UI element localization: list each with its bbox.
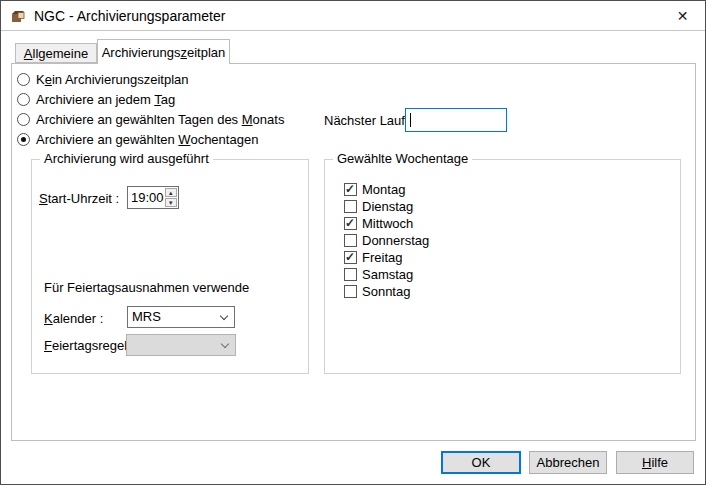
radio-jeden-tag[interactable]: Archiviere an jedem Tag bbox=[17, 92, 175, 106]
radio-circle-icon bbox=[17, 113, 30, 126]
radio-label: Archiviere an jedem Tag bbox=[36, 92, 175, 107]
radio-circle-icon bbox=[17, 133, 30, 146]
kalender-value: MRS bbox=[128, 307, 234, 327]
group-archivierung-title: Archivierung wird ausgeführt bbox=[40, 152, 213, 166]
spin-up-icon: ▲ bbox=[168, 190, 174, 196]
feiertagsregel-label: Feiertagsregel bbox=[44, 338, 127, 353]
checkbox-icon: ✓ bbox=[344, 285, 357, 298]
radio-circle-icon bbox=[17, 93, 30, 106]
radio-label: Archiviere an gewählten Wochentagen bbox=[36, 132, 258, 147]
window-title: NGC - Archivierungsparameter bbox=[34, 8, 225, 24]
naechster-lauf-label: Nächster Lauf : bbox=[324, 113, 412, 128]
feiertagsregel-select bbox=[126, 334, 236, 356]
close-button[interactable]: ✕ bbox=[660, 1, 705, 30]
tab-allgemeine[interactable]: Allgemeine bbox=[15, 43, 97, 63]
naechster-lauf-input[interactable] bbox=[405, 108, 507, 132]
checkbox-label: Donnerstag bbox=[362, 233, 429, 248]
close-icon: ✕ bbox=[677, 8, 689, 24]
ok-button-label: OK bbox=[472, 455, 491, 470]
checkbox-label: Montag bbox=[362, 182, 405, 197]
app-box-icon bbox=[10, 8, 26, 24]
radio-tage-des-monats[interactable]: Archiviere an gewählten Tagen des Monats bbox=[17, 112, 284, 126]
spinner-buttons: ▲ ▼ bbox=[164, 187, 178, 208]
ok-button[interactable]: OK bbox=[441, 451, 521, 474]
dialog-archivierungsparameter: NGC - Archivierungsparameter ✕ Allgemein… bbox=[0, 0, 706, 485]
spin-down-icon: ▼ bbox=[168, 200, 174, 206]
hilfe-button[interactable]: Hilfe bbox=[616, 451, 694, 474]
checkbox-icon: ✓ bbox=[344, 268, 357, 281]
start-uhrzeit-label: Start-Uhrzeit : bbox=[39, 191, 119, 206]
group-archivierung-ausgefuehrt: Archivierung wird ausgeführt Start-Uhrze… bbox=[31, 159, 309, 374]
kalender-label: Kalender : bbox=[44, 311, 103, 326]
kalender-select[interactable]: MRS bbox=[127, 306, 235, 328]
radio-label: Kein Archivierungszeitplan bbox=[36, 72, 188, 87]
radio-circle-icon bbox=[17, 73, 30, 86]
title-bar: NGC - Archivierungsparameter ✕ bbox=[1, 1, 705, 31]
group-gewaehlte-wochentage: Gewählte Wochentage ✓ Montag ✓ Dienstag … bbox=[324, 159, 681, 374]
radio-kein-archivierungszeitplan[interactable]: Kein Archivierungszeitplan bbox=[17, 72, 188, 86]
radio-wochentage[interactable]: Archiviere an gewählten Wochentagen bbox=[17, 132, 258, 146]
spin-down-button[interactable]: ▼ bbox=[165, 198, 177, 207]
checkbox-samstag[interactable]: ✓ Samstag bbox=[344, 267, 413, 281]
checkbox-mittwoch[interactable]: ✓ Mittwoch bbox=[344, 216, 413, 230]
checkbox-sonntag[interactable]: ✓ Sonntag bbox=[344, 284, 410, 298]
abbrechen-button-label: Abbrechen bbox=[537, 455, 600, 470]
radio-label: Archiviere an gewählten Tagen des Monats bbox=[36, 112, 284, 127]
checkbox-icon: ✓ bbox=[344, 251, 357, 264]
checkbox-label: Freitag bbox=[362, 250, 402, 265]
abbrechen-button[interactable]: Abbrechen bbox=[529, 451, 607, 474]
checkbox-icon: ✓ bbox=[344, 200, 357, 213]
chevron-down-icon bbox=[221, 340, 229, 348]
checkbox-icon: ✓ bbox=[344, 234, 357, 247]
checkbox-label: Samstag bbox=[362, 267, 413, 282]
checkbox-dienstag[interactable]: ✓ Dienstag bbox=[344, 199, 413, 213]
tab-allgemeine-label: Allgemeine bbox=[24, 46, 88, 61]
checkbox-icon: ✓ bbox=[344, 217, 357, 230]
checkbox-icon: ✓ bbox=[344, 183, 357, 196]
hilfe-button-label: Hilfe bbox=[642, 455, 668, 470]
start-uhrzeit-value: 19:00 bbox=[128, 187, 164, 208]
checkbox-label: Sonntag bbox=[362, 284, 410, 299]
feiertagsausnahmen-note: Für Feiertagsausnahmen verwende bbox=[44, 280, 249, 295]
checkbox-label: Dienstag bbox=[362, 199, 413, 214]
checkbox-donnerstag[interactable]: ✓ Donnerstag bbox=[344, 233, 429, 247]
text-caret bbox=[410, 113, 411, 127]
checkbox-montag[interactable]: ✓ Montag bbox=[344, 182, 405, 196]
group-wochentage-title: Gewählte Wochentage bbox=[333, 152, 472, 166]
checkbox-freitag[interactable]: ✓ Freitag bbox=[344, 250, 402, 264]
tab-archivierungszeitplan[interactable]: Archivierungszeitplan bbox=[97, 39, 230, 64]
tab-archivierungszeitplan-label: Archivierungszeitplan bbox=[102, 45, 226, 60]
spin-up-button[interactable]: ▲ bbox=[165, 188, 177, 197]
checkbox-label: Mittwoch bbox=[362, 216, 413, 231]
start-uhrzeit-spinner[interactable]: 19:00 ▲ ▼ bbox=[127, 186, 179, 209]
